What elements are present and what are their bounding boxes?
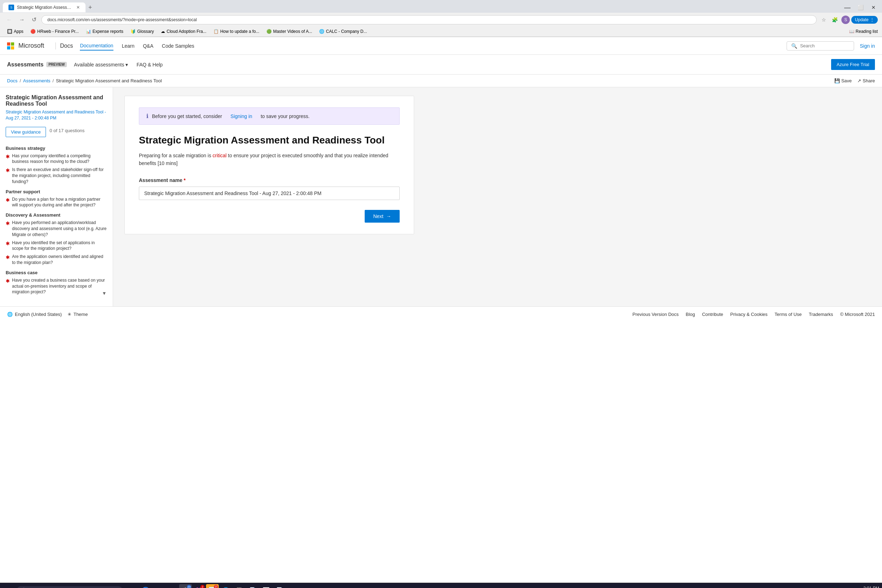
taskbar-settings[interactable]: ⚙	[286, 584, 299, 588]
signin-notice-link[interactable]: Signing in	[230, 113, 252, 119]
header-right: 🔍 Sign in	[787, 41, 875, 51]
content-area: ℹ Before you get started, consider Signi…	[113, 87, 882, 306]
sign-in-link[interactable]: Sign in	[860, 43, 875, 49]
sidebar-question-5: ✱ Have you identified the set of applica…	[6, 240, 107, 252]
footer-privacy[interactable]: Privacy & Cookies	[730, 312, 768, 317]
bookmark-expense[interactable]: 📊 Expense reports	[83, 28, 126, 35]
required-star-5: ✱	[6, 240, 10, 248]
footer-theme[interactable]: ✳ Theme	[68, 312, 88, 317]
calc-icon: 🌐	[319, 29, 324, 34]
bookmarks-bar: 🔲 Apps 🔴 HRweb - Finance Pr... 📊 Expense…	[0, 27, 882, 37]
available-assessments-menu[interactable]: Available assessments ▾	[74, 62, 128, 68]
taskbar-edge[interactable]: 🌀	[139, 584, 152, 588]
breadcrumb-assessments[interactable]: Assessments	[23, 78, 50, 83]
ms-logo[interactable]: Microsoft	[7, 42, 44, 50]
signin-notice: ℹ Before you get started, consider Signi…	[139, 107, 400, 125]
restore-btn[interactable]: ⬜	[855, 4, 867, 10]
back-button[interactable]: ←	[4, 15, 14, 24]
taskbar-excel[interactable]: 📊	[260, 584, 273, 588]
sidebar-section-partner-support: Partner support ✱ Do you have a plan for…	[6, 189, 107, 208]
nav-qa[interactable]: Q&A	[143, 42, 153, 50]
bookmark-apps[interactable]: 🔲 Apps	[4, 28, 26, 35]
taskbar-explorer[interactable]: 📁	[152, 584, 165, 588]
share-action[interactable]: ↗ Share	[857, 78, 875, 83]
footer-blog[interactable]: Blog	[686, 312, 695, 317]
close-btn[interactable]: ✕	[868, 4, 879, 10]
nav-code-samples[interactable]: Code Samples	[162, 42, 194, 50]
start-button[interactable]: ⊞	[3, 585, 15, 588]
save-action[interactable]: 💾 Save	[834, 78, 852, 83]
taskbar-store[interactable]: 🛍	[166, 584, 178, 588]
sidebar-section-discovery: Discovery & Assessment ✱ Have you perfor…	[6, 212, 107, 266]
bookmark-glossary[interactable]: 🔰 Glossary	[128, 28, 156, 35]
nav-documentation[interactable]: Documentation	[80, 41, 113, 51]
search-box[interactable]: 🔍	[787, 41, 854, 51]
page-footer: 🌐 English (United States) ✳ Theme Previo…	[0, 306, 882, 322]
footer-links: Previous Version Docs Blog Contribute Pr…	[633, 312, 875, 317]
nav-learn[interactable]: Learn	[122, 42, 135, 50]
footer-locale[interactable]: 🌐 English (United States)	[7, 312, 62, 317]
theme-label: Theme	[74, 312, 88, 317]
expense-icon: 📊	[86, 29, 91, 34]
apps-label: Apps	[14, 29, 23, 34]
footer-contribute[interactable]: Contribute	[702, 312, 723, 317]
assessment-name-input[interactable]	[139, 187, 400, 200]
footer-trademarks[interactable]: Trademarks	[809, 312, 833, 317]
next-btn-row: Next →	[139, 210, 400, 223]
bookmark-cloud[interactable]: ☁ Cloud Adoption Fra...	[158, 28, 209, 35]
taskbar-powerpoint[interactable]: 📑	[273, 584, 286, 588]
assessment-card: ℹ Before you get started, consider Signi…	[124, 96, 414, 234]
sidebar-section-business-case: Business case ✱ Have you created a busin…	[6, 270, 107, 295]
next-button[interactable]: Next →	[364, 210, 400, 223]
refresh-button[interactable]: ↺	[30, 15, 39, 24]
forward-button[interactable]: →	[17, 15, 27, 24]
scroll-down-arrow[interactable]: ▾	[103, 290, 106, 297]
taskbar-todo[interactable]: 📋20	[179, 584, 192, 588]
breadcrumb-current: Strategic Migration Assessment and Readi…	[56, 78, 162, 83]
footer-prev-docs[interactable]: Previous Version Docs	[633, 312, 679, 317]
howto-icon: 📋	[213, 29, 219, 34]
taskbar-word[interactable]: 📄	[246, 584, 259, 588]
tab-title: Strategic Migration Assessment...	[17, 5, 74, 10]
docs-link[interactable]: Docs	[60, 43, 73, 49]
notice-text2: to save your progress.	[261, 113, 310, 119]
minimize-btn[interactable]: —	[842, 4, 854, 11]
taskbar-clock: 2:01 PM 8/27/2021	[862, 586, 879, 588]
available-assessments-label: Available assessments	[74, 62, 124, 68]
bookmark-calc[interactable]: 🌐 CALC - Company D...	[316, 28, 370, 35]
taskbar-search[interactable]: 🔍	[16, 586, 123, 588]
faq-help-link[interactable]: FAQ & Help	[136, 62, 162, 68]
taskbar-chrome[interactable]: 🌐	[219, 584, 232, 588]
sidebar-session[interactable]: Strategic Migration Assessment and Readi…	[6, 109, 107, 121]
tab-close-btn[interactable]: ✕	[76, 5, 80, 10]
view-guidance-button[interactable]: View guidance	[6, 127, 46, 137]
taskbar-outlook[interactable]: 📧	[300, 584, 313, 588]
azure-free-trial-button[interactable]: Azure Free Trial	[831, 59, 875, 70]
breadcrumb-bar: Docs / Assessments / Strategic Migration…	[0, 75, 882, 87]
taskbar-xbox[interactable]: 🎮	[314, 584, 326, 588]
update-button[interactable]: Update ⋮	[851, 16, 878, 24]
search-input[interactable]	[800, 43, 849, 48]
required-star-3: ✱	[6, 197, 10, 204]
taskbar-teams[interactable]: 💜2	[193, 584, 205, 588]
footer-terms[interactable]: Terms of Use	[775, 312, 802, 317]
active-tab[interactable]: S Strategic Migration Assessment... ✕	[3, 3, 86, 12]
breadcrumb-docs[interactable]: Docs	[7, 78, 18, 83]
notice-info-icon: ℹ	[146, 113, 148, 119]
sidebar-question-1: ✱ Has your company identified a compelli…	[6, 153, 107, 165]
bookmark-hrweb[interactable]: 🔴 HRweb - Finance Pr...	[28, 28, 81, 35]
new-tab-button[interactable]: +	[86, 4, 95, 11]
extensions-btn[interactable]: 🧩	[830, 15, 840, 24]
reading-list-btn[interactable]: 📖 Reading list	[849, 29, 878, 34]
address-bar[interactable]: docs.microsoft.com/en-us/assessments/?mo…	[41, 15, 817, 24]
taskbar-onenote[interactable]: 📓	[233, 584, 246, 588]
expense-label: Expense reports	[93, 29, 123, 34]
favorites-btn[interactable]: ☆	[819, 15, 828, 24]
ms-brand-name: Microsoft	[18, 42, 44, 50]
profile-btn[interactable]: S	[842, 15, 850, 24]
taskbar-sticky[interactable]: 📝7	[206, 584, 219, 588]
bookmark-how-to[interactable]: 📋 How to update a fo...	[211, 28, 262, 35]
taskbar-task-view[interactable]: ⊟	[126, 584, 138, 588]
question-count: 0 of 17 questions	[50, 128, 84, 133]
bookmark-master[interactable]: 🟢 Master Videos of A...	[264, 28, 315, 35]
